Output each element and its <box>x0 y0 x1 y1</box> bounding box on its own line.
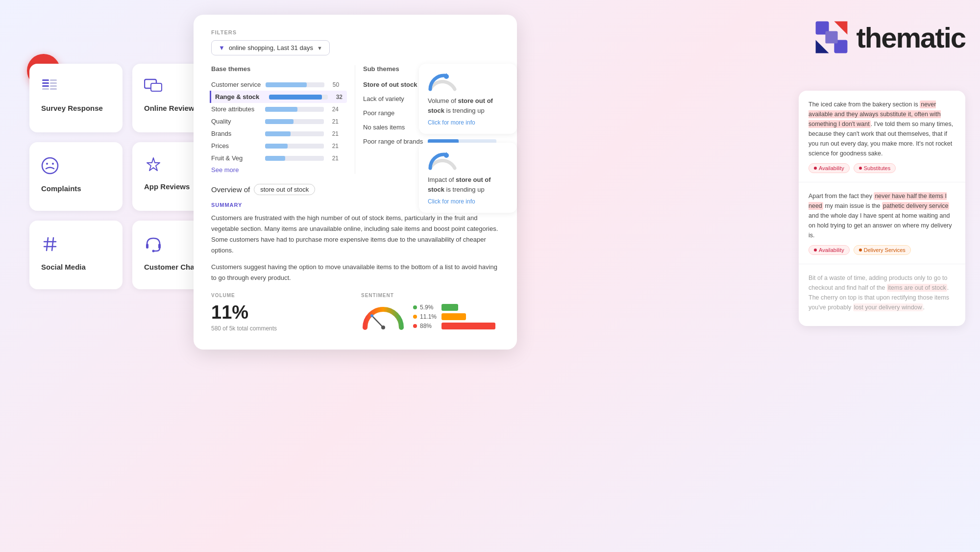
base-theme-row[interactable]: Customer service 50 <box>211 78 347 91</box>
tag-dot <box>859 167 862 170</box>
sent-pct: 5.9% <box>420 304 439 311</box>
base-theme-row[interactable]: Fruit & Veg 21 <box>211 152 347 164</box>
stars-icon <box>144 157 163 176</box>
volume-trend-icon <box>428 72 508 93</box>
base-theme-row[interactable]: Prices 21 <box>211 140 347 152</box>
metrics-row: VOLUME 11% 580 of 5k total comments SENT… <box>211 293 499 332</box>
svg-point-11 <box>46 163 48 165</box>
volume-sub: 580 of 5k total comments <box>211 325 349 332</box>
tag-delivery-services[interactable]: Delivery Services <box>854 245 911 255</box>
highlight-span: items are out of stock <box>887 284 947 292</box>
comment-item: The iced cake from the bakery section is… <box>799 91 965 182</box>
sentiment-label: SENTIMENT <box>361 293 499 298</box>
sub-theme-label: No sales items <box>363 124 417 131</box>
volume-number: 11% <box>211 302 349 323</box>
see-more-link[interactable]: See more <box>211 166 239 174</box>
base-theme-row[interactable]: Store attributes 24 <box>211 103 347 115</box>
base-theme-bar-fill <box>266 82 307 87</box>
base-theme-label: Prices <box>211 142 260 150</box>
volume-trend-link[interactable]: Click for more info <box>428 119 508 126</box>
thematic-logo-icon <box>814 20 849 55</box>
svg-rect-1 <box>42 82 49 84</box>
sub-theme-label: Poor range <box>363 109 417 117</box>
sent-dot <box>413 305 417 309</box>
overview-tag[interactable]: store out of stock <box>254 184 315 195</box>
sentiment-row: 88% <box>413 323 495 329</box>
trend-gauge-icon <box>428 72 457 91</box>
highlight-span: pathetic delivery service <box>882 202 949 210</box>
sentiment-row: 5.9% <box>413 304 495 311</box>
thematic-logo-text: thematic <box>856 21 965 54</box>
svg-point-23 <box>370 314 373 317</box>
svg-point-10 <box>42 158 58 174</box>
base-themes-header: Base themes <box>211 65 347 73</box>
svg-point-22 <box>381 326 385 329</box>
svg-rect-7 <box>50 88 57 90</box>
tag-substitutes[interactable]: Substitutes <box>854 163 896 173</box>
base-theme-count: 24 <box>329 106 339 113</box>
sentiment-row: 11.1% <box>413 313 495 320</box>
summary-text-2: Customers suggest having the option to m… <box>211 262 499 283</box>
base-theme-row[interactable]: Quality 21 <box>211 115 347 127</box>
sidebar-label-survey: Survey Response <box>41 103 103 113</box>
impact-trend-text: Impact of store out of stock is trending… <box>428 175 508 194</box>
sent-bar <box>441 323 495 329</box>
svg-rect-4 <box>50 82 57 84</box>
gauge-container: 5.9% 11.1% 88% <box>361 302 499 331</box>
base-theme-bar-fill <box>265 144 288 149</box>
comments-panel: The iced cake from the bakery section is… <box>799 91 965 326</box>
sent-dot <box>413 315 417 319</box>
sidebar-label-online-reviews: Online Reviews <box>144 103 198 113</box>
base-theme-bar-bg <box>265 131 324 136</box>
sidebar-item-survey[interactable]: Survey Response <box>29 64 122 132</box>
comment-1-tags: Availability Substitutes <box>808 163 956 173</box>
filters-label: FILTERS <box>211 29 499 35</box>
svg-rect-18 <box>146 244 148 249</box>
trending-panels: Volume of store out of stock is trending… <box>419 64 517 213</box>
tag-availability-1[interactable]: Availability <box>808 163 850 173</box>
comment-item: Apart from the fact they never have half… <box>799 182 965 264</box>
comment-text-2: Apart from the fact they never have half… <box>808 191 956 240</box>
sent-pct: 88% <box>420 323 439 329</box>
filter-chip[interactable]: ▼ online shopping, Last 31 days ▼ <box>211 40 330 55</box>
sidebar-item-social-media[interactable]: Social Media <box>29 221 122 289</box>
svg-rect-2 <box>42 85 49 87</box>
svg-rect-6 <box>42 88 49 90</box>
sub-theme-label: Store of out stock <box>363 81 417 88</box>
svg-line-17 <box>52 238 53 251</box>
svg-rect-32 <box>826 31 838 43</box>
comment-2-tags: Availability Delivery Services <box>808 245 956 255</box>
base-theme-row[interactable]: Range & stock 32 <box>210 91 347 103</box>
impact-trend-icon <box>428 151 508 172</box>
base-theme-label: Range & stock <box>215 93 264 100</box>
sidebar-item-complaints[interactable]: Complaints <box>29 142 122 211</box>
base-theme-bar-bg <box>265 119 324 124</box>
sent-dot <box>413 324 417 328</box>
base-theme-count: 21 <box>329 118 339 125</box>
sentiment-section: SENTIMENT <box>361 293 499 332</box>
impact-gauge-icon <box>428 151 457 170</box>
base-theme-bar-bg <box>265 144 324 149</box>
tag-dot <box>814 167 817 170</box>
face-sad-icon <box>41 157 59 178</box>
sidebar-label-customer-chat: Customer Chat <box>144 262 197 272</box>
base-theme-count: 50 <box>329 81 339 88</box>
base-theme-count: 32 <box>333 94 343 100</box>
base-theme-bar-fill <box>265 156 285 161</box>
tag-availability-2[interactable]: Availability <box>808 245 850 255</box>
base-theme-bar-bg <box>265 107 324 112</box>
svg-line-16 <box>47 238 48 251</box>
sub-theme-label: Lack of variety <box>363 95 417 102</box>
svg-rect-5 <box>50 85 57 87</box>
impact-trend-link[interactable]: Click for more info <box>428 198 508 205</box>
volume-label: VOLUME <box>211 293 349 298</box>
svg-marker-13 <box>147 158 160 171</box>
comment-item: Bit of a waste of time, adding products … <box>799 264 965 326</box>
volume-trend-card: Volume of store out of stock is trending… <box>419 64 517 134</box>
base-theme-count: 21 <box>329 143 339 150</box>
svg-line-21 <box>372 316 383 327</box>
base-theme-label: Brands <box>211 130 260 137</box>
base-theme-label: Quality <box>211 118 260 125</box>
base-theme-row[interactable]: Brands 21 <box>211 127 347 140</box>
base-theme-bar-bg <box>269 95 328 100</box>
